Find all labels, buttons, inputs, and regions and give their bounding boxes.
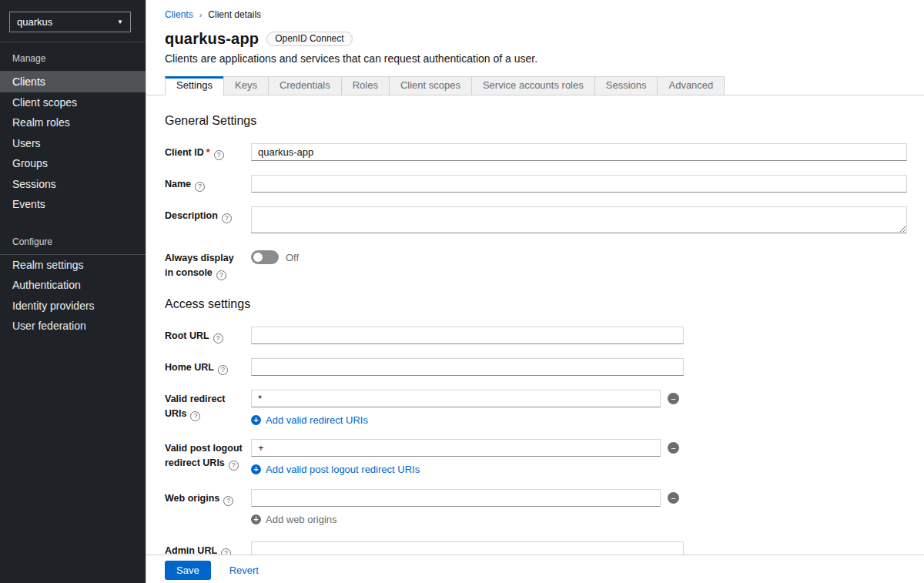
web-origins-input[interactable] <box>251 489 661 507</box>
always-display-label: Always display in console? <box>165 249 251 280</box>
page-description: Clients are applications and services th… <box>165 52 907 65</box>
tab-roles[interactable]: Roles <box>341 76 390 95</box>
help-icon[interactable]: ? <box>190 411 200 421</box>
sidebar: quarkus ▼ Manage Clients Client scopes R… <box>0 0 146 583</box>
sidebar-item-user-federation[interactable]: User federation <box>0 316 146 337</box>
root-url-row: Root URL? <box>165 327 907 344</box>
valid-redirect-uri-input[interactable] <box>251 390 661 407</box>
access-settings-heading: Access settings <box>165 297 907 311</box>
main-content: Clients › Client details quarkus-app Ope… <box>146 0 924 583</box>
sidebar-item-users[interactable]: Users <box>0 133 146 154</box>
tab-advanced[interactable]: Advanced <box>657 76 725 95</box>
admin-url-label: Admin URL? <box>165 541 251 555</box>
save-button[interactable]: Save <box>165 561 211 580</box>
admin-url-row: Admin URL? <box>165 541 907 555</box>
toggle-state-label: Off <box>286 252 299 263</box>
caret-down-icon: ▼ <box>117 18 123 25</box>
remove-web-origin-button[interactable]: − <box>668 492 679 504</box>
help-icon[interactable]: ? <box>223 496 233 506</box>
always-display-toggle[interactable] <box>251 250 279 264</box>
sidebar-item-identity-providers[interactable]: Identity providers <box>0 296 146 317</box>
name-input[interactable] <box>251 175 907 193</box>
sidebar-item-realm-settings[interactable]: Realm settings <box>0 255 146 276</box>
client-id-row: Client ID*? <box>165 143 907 161</box>
app-window: quarkus ▼ Manage Clients Client scopes R… <box>0 0 924 583</box>
tab-sessions[interactable]: Sessions <box>594 76 658 95</box>
post-logout-uris-row: Valid post logout redirect URIs? − + Add… <box>165 439 907 475</box>
help-icon[interactable]: ? <box>229 461 239 471</box>
plus-circle-icon: + <box>251 415 261 425</box>
page-title: quarkus-app <box>165 30 259 48</box>
realm-name: quarkus <box>17 16 52 28</box>
help-icon[interactable]: ? <box>221 548 231 555</box>
home-url-input[interactable] <box>251 358 684 376</box>
tab-credentials[interactable]: Credentials <box>268 76 342 95</box>
protocol-badge: OpenID Connect <box>266 32 352 46</box>
minus-circle-icon: − <box>671 444 675 453</box>
client-id-label: Client ID*? <box>165 143 251 161</box>
tab-client-scopes[interactable]: Client scopes <box>389 76 472 95</box>
nav-spacer <box>0 215 146 226</box>
sidebar-item-groups[interactable]: Groups <box>0 153 146 174</box>
realm-selector-area: quarkus ▼ <box>0 0 146 42</box>
web-origins-label: Web origins? <box>165 489 251 525</box>
valid-redirect-uris-label: Valid redirect URIs? <box>165 390 251 426</box>
plus-circle-icon: + <box>251 464 261 474</box>
admin-url-input[interactable] <box>251 541 684 555</box>
root-url-label: Root URL? <box>165 327 251 344</box>
nav-group-configure: Configure <box>0 226 146 255</box>
settings-form: General Settings Client ID*? Name? <box>146 95 924 555</box>
toggle-knob <box>253 253 263 262</box>
remove-post-logout-uri-button[interactable]: − <box>668 442 679 454</box>
help-icon[interactable]: ? <box>214 150 224 160</box>
minus-circle-icon: − <box>671 394 675 404</box>
minus-circle-icon: − <box>671 494 675 503</box>
description-label: Description? <box>165 206 251 236</box>
description-textarea[interactable] <box>251 206 907 233</box>
home-url-label: Home URL? <box>165 358 251 376</box>
sidebar-item-realm-roles[interactable]: Realm roles <box>0 112 146 133</box>
tabs-bar: Settings Keys Credentials Roles Client s… <box>146 76 924 95</box>
breadcrumb-clients-link[interactable]: Clients <box>165 9 193 20</box>
add-valid-redirect-uris-button[interactable]: + Add valid redirect URIs <box>251 414 368 426</box>
help-icon[interactable]: ? <box>218 365 228 375</box>
page-header: Clients › Client details quarkus-app Ope… <box>146 0 924 65</box>
client-id-input[interactable] <box>251 143 907 161</box>
description-row: Description? <box>165 206 907 236</box>
revert-button[interactable]: Revert <box>229 565 259 576</box>
breadcrumb-separator-icon: › <box>199 10 203 19</box>
sidebar-item-events[interactable]: Events <box>0 194 146 215</box>
realm-selector-dropdown[interactable]: quarkus ▼ <box>9 12 131 32</box>
web-origins-row: Web origins? − + Add web origins <box>165 489 907 525</box>
tab-service-accounts-roles[interactable]: Service accounts roles <box>471 76 595 95</box>
help-icon[interactable]: ? <box>213 333 223 343</box>
valid-redirect-uris-row: Valid redirect URIs? − + Add valid redir… <box>165 390 907 426</box>
name-label: Name? <box>165 175 251 193</box>
form-actions-footer: Save Revert <box>146 555 924 583</box>
help-icon[interactable]: ? <box>216 270 226 280</box>
breadcrumb: Clients › Client details <box>165 9 907 20</box>
sidebar-item-authentication[interactable]: Authentication <box>0 275 146 296</box>
always-display-row: Always display in console? Off <box>165 249 907 280</box>
remove-redirect-uri-button[interactable]: − <box>668 393 679 404</box>
breadcrumb-current: Client details <box>208 9 261 20</box>
sidebar-item-client-scopes[interactable]: Client scopes <box>0 92 146 113</box>
general-settings-heading: General Settings <box>165 114 907 128</box>
sidebar-item-clients[interactable]: Clients <box>0 72 146 92</box>
help-icon[interactable]: ? <box>195 182 205 192</box>
help-icon[interactable]: ? <box>222 213 232 223</box>
add-post-logout-uris-button[interactable]: + Add valid post logout redirect URIs <box>251 464 420 475</box>
required-marker: * <box>206 147 210 158</box>
post-logout-uris-label: Valid post logout redirect URIs? <box>165 439 251 475</box>
nav-group-manage: Manage <box>0 42 146 72</box>
tab-keys[interactable]: Keys <box>223 76 269 95</box>
tab-settings[interactable]: Settings <box>165 76 224 95</box>
home-url-row: Home URL? <box>165 358 907 376</box>
sidebar-item-sessions[interactable]: Sessions <box>0 174 146 195</box>
add-web-origins-button[interactable]: + Add web origins <box>251 514 337 525</box>
name-row: Name? <box>165 175 907 193</box>
root-url-input[interactable] <box>251 327 684 344</box>
post-logout-uri-input[interactable] <box>251 439 661 457</box>
plus-circle-icon: + <box>251 514 261 524</box>
